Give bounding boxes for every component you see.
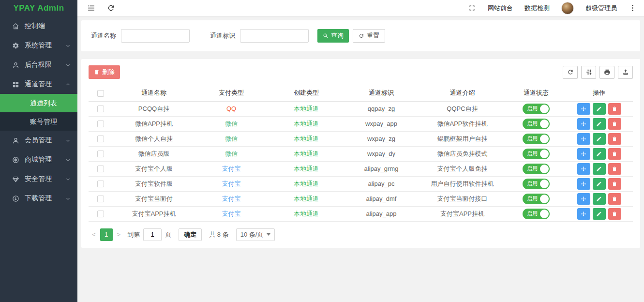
row-delete-button[interactable] — [608, 163, 621, 175]
chevron-down-icon — [65, 62, 71, 68]
sidebar-item-members[interactable]: 会员管理 — [0, 131, 77, 150]
cell-channel-desc: 鲲鹏框架用户自挂 — [418, 131, 507, 146]
edit-button[interactable] — [593, 163, 606, 175]
move-button[interactable] — [577, 148, 590, 160]
cell-channel-code: alipay_app — [345, 206, 418, 221]
status-toggle[interactable]: 启用 — [523, 179, 550, 189]
row-delete-button[interactable] — [608, 178, 621, 190]
nav-site-front[interactable]: 网站前台 — [488, 4, 513, 13]
cell-channel-name: 支付宝个人版 — [113, 161, 195, 176]
row-checkbox[interactable] — [97, 181, 104, 187]
edit-button[interactable] — [593, 178, 606, 190]
columns-icon — [585, 69, 592, 76]
sidebar-item-label: 商城管理 — [25, 155, 52, 164]
edit-button[interactable] — [593, 208, 606, 220]
page-1-button[interactable]: 1 — [100, 228, 113, 241]
chevron-down-icon — [65, 157, 71, 163]
table-columns-button[interactable] — [581, 66, 596, 79]
user-name[interactable]: 超级管理员 — [585, 4, 617, 13]
cell-create-type: 本地通道 — [268, 146, 345, 161]
edit-button[interactable] — [593, 148, 606, 160]
channel-code-input[interactable] — [240, 29, 309, 43]
row-delete-button[interactable] — [608, 148, 621, 160]
more-vertical-icon[interactable] — [629, 4, 637, 12]
next-page-button[interactable]: > — [114, 231, 124, 238]
move-button[interactable] — [577, 193, 590, 205]
row-checkbox[interactable] — [97, 136, 104, 142]
status-toggle[interactable]: 启用 — [523, 119, 550, 129]
prev-page-button[interactable]: < — [89, 231, 99, 238]
cell-pay-type: 支付宝 — [195, 191, 268, 206]
row-delete-button[interactable] — [608, 133, 621, 145]
row-checkbox[interactable] — [97, 106, 104, 112]
sidebar-item-system[interactable]: 系统管理 — [0, 36, 77, 55]
pencil-icon — [596, 121, 602, 127]
per-page-select[interactable]: 10 条/页 — [236, 228, 275, 241]
reset-button[interactable]: 重置 — [353, 29, 385, 43]
move-button[interactable] — [577, 178, 590, 190]
sidebar-item-mall[interactable]: 商城管理 — [0, 150, 77, 169]
col-channel-code: 通道标识 — [345, 85, 418, 101]
toggle-knob — [540, 195, 549, 203]
row-checkbox[interactable] — [97, 166, 104, 172]
download-circle-icon — [12, 195, 19, 202]
sidebar-subitem-account-management[interactable]: 账号管理 — [0, 112, 77, 131]
sidebar-item-channels[interactable]: 通道管理 — [0, 75, 77, 94]
status-toggle[interactable]: 启用 — [523, 209, 550, 219]
table-print-button[interactable] — [599, 66, 614, 79]
table-export-button[interactable] — [618, 66, 633, 79]
edit-button[interactable] — [593, 133, 606, 145]
cell-create-type: 本地通道 — [268, 161, 345, 176]
status-toggle[interactable]: 启用 — [523, 164, 550, 174]
status-label: 启用 — [523, 165, 538, 172]
goto-confirm-button[interactable]: 确定 — [179, 228, 202, 241]
status-toggle[interactable]: 启用 — [523, 194, 550, 204]
edit-button[interactable] — [593, 193, 606, 205]
sidebar-item-security[interactable]: 安全管理 — [0, 169, 77, 189]
pencil-icon — [596, 106, 602, 112]
delete-button[interactable]: 删除 — [89, 65, 120, 79]
move-button[interactable] — [577, 103, 590, 115]
move-button[interactable] — [577, 208, 590, 220]
cell-channel-name: 微信店员版 — [113, 146, 195, 161]
table-refresh-button[interactable] — [563, 66, 578, 79]
row-checkbox[interactable] — [97, 121, 104, 127]
sidebar-item-permissions[interactable]: 后台权限 — [0, 55, 77, 75]
hamburger-icon[interactable] — [87, 4, 95, 12]
query-button[interactable]: 查询 — [317, 29, 349, 43]
row-delete-button[interactable] — [608, 103, 621, 115]
status-label: 启用 — [523, 195, 538, 202]
fullscreen-icon[interactable] — [468, 4, 476, 12]
row-checkbox[interactable] — [97, 151, 104, 157]
move-button[interactable] — [577, 133, 590, 145]
row-delete-button[interactable] — [608, 208, 621, 220]
edit-button[interactable] — [593, 118, 606, 130]
select-all-checkbox[interactable] — [97, 90, 104, 97]
pencil-icon — [596, 181, 602, 187]
sidebar-item-label: 系统管理 — [25, 41, 52, 50]
row-checkbox[interactable] — [97, 211, 104, 217]
move-button[interactable] — [577, 163, 590, 175]
table-panel: 删除 通道名称 支付类型 创建类型 通道标识 — [81, 59, 640, 248]
cell-channel-name: 支付宝当面付 — [113, 191, 195, 206]
refresh-icon[interactable] — [107, 4, 115, 12]
status-toggle[interactable]: 启用 — [523, 104, 550, 114]
edit-button[interactable] — [593, 103, 606, 115]
sidebar-subitem-channel-list[interactable]: 通道列表 — [0, 94, 77, 112]
cell-create-type: 本地通道 — [268, 131, 345, 146]
status-toggle[interactable]: 启用 — [523, 149, 550, 159]
row-delete-button[interactable] — [608, 118, 621, 130]
status-toggle[interactable]: 启用 — [523, 134, 550, 144]
user-avatar[interactable] — [561, 2, 574, 15]
goto-page-input[interactable] — [143, 228, 162, 241]
move-button[interactable] — [577, 118, 590, 130]
sidebar-item-downloads[interactable]: 下载管理 — [0, 189, 77, 208]
sidebar-item-label: 控制端 — [25, 22, 45, 30]
sidebar-item-console[interactable]: 控制端 — [0, 16, 77, 36]
row-checkbox[interactable] — [97, 196, 104, 202]
nav-data-check[interactable]: 数据检测 — [524, 4, 550, 13]
cell-channel-name: 微信个人自挂 — [113, 131, 195, 146]
channel-name-input[interactable] — [121, 29, 190, 43]
row-delete-button[interactable] — [608, 193, 621, 205]
table-row: 微信个人自挂 微信 本地通道 wxpay_zg 鲲鹏框架用户自挂 启用 — [89, 131, 633, 146]
